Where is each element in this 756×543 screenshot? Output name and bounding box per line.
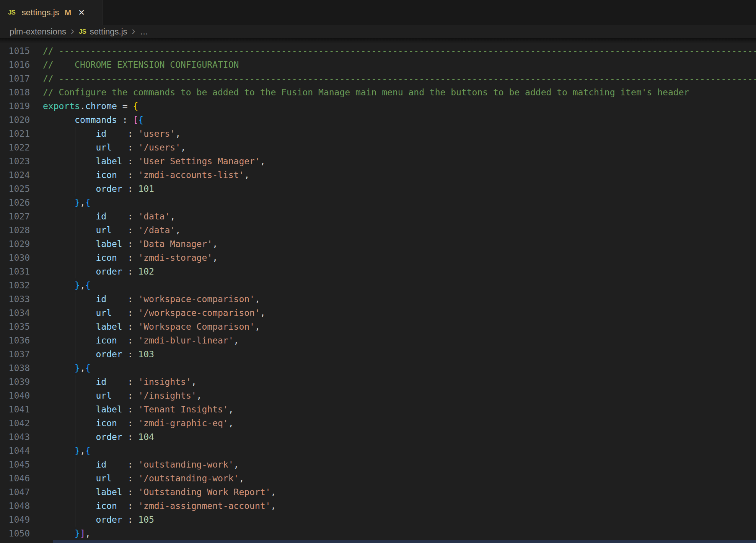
breadcrumb: plm-extensions › JS settings.js › … xyxy=(0,25,756,38)
code-line[interactable]: 1035 label : 'Workspace Comparison', xyxy=(0,320,756,334)
javascript-file-icon: JS xyxy=(79,28,86,36)
code-editor[interactable]: 1015// ---------------------------------… xyxy=(0,38,756,543)
code-text: url : '/users', xyxy=(43,141,186,154)
indent-guide xyxy=(53,278,53,292)
code-text: // CHOROME EXTENSION CONFIGURATION xyxy=(43,58,239,72)
indent-guide xyxy=(75,334,75,347)
code-line[interactable]: 1030 icon : 'zmdi-storage', xyxy=(0,251,756,265)
selection-highlight-strip xyxy=(53,540,756,543)
line-number: 1023 xyxy=(0,154,30,168)
line-number: 1046 xyxy=(0,471,30,485)
line-number: 1026 xyxy=(0,196,30,209)
line-number: 1028 xyxy=(0,223,30,237)
code-line[interactable]: 1033 id : 'workspace-comparison', xyxy=(0,292,756,306)
indent-guide xyxy=(53,141,53,154)
code-text: commands : [{ xyxy=(43,113,143,127)
code-text: icon : 'zmdi-assignment-account', xyxy=(43,499,276,513)
code-line[interactable]: 1029 label : 'Data Manager', xyxy=(0,237,756,251)
code-text: label : 'User Settings Manager', xyxy=(43,154,266,168)
code-line[interactable]: 1021 id : 'users', xyxy=(0,127,756,141)
indent-guide xyxy=(75,182,75,196)
code-line[interactable]: 1047 label : 'Outstanding Work Report', xyxy=(0,485,756,499)
code-text: order : 104 xyxy=(43,430,154,444)
code-line[interactable]: 1023 label : 'User Settings Manager', xyxy=(0,154,756,168)
code-line[interactable]: 1046 url : '/outstanding-work', xyxy=(0,471,756,485)
code-line[interactable]: 1017// ---------------------------------… xyxy=(0,72,756,85)
indent-guide xyxy=(53,292,53,306)
code-line[interactable]: 1037 order : 103 xyxy=(0,347,756,361)
code-line[interactable]: 1048 icon : 'zmdi-assignment-account', xyxy=(0,499,756,513)
tab-settings-js[interactable]: JS settings.js M ✕ xyxy=(0,0,103,25)
breadcrumb-symbol-ellipsis[interactable]: … xyxy=(140,27,148,37)
code-line[interactable]: 1034 url : '/workspace-comparison', xyxy=(0,306,756,320)
indent-guide xyxy=(75,375,75,389)
indent-guide xyxy=(75,513,75,527)
code-text: order : 105 xyxy=(43,513,154,527)
indent-guide xyxy=(75,265,75,278)
code-line[interactable]: 1022 url : '/users', xyxy=(0,141,756,154)
code-line[interactable]: 1044 },{ xyxy=(0,444,756,458)
code-line[interactable]: 1026 },{ xyxy=(0,196,756,209)
close-icon[interactable]: ✕ xyxy=(78,8,85,17)
code-text: id : 'data', xyxy=(43,209,175,223)
line-number: 1030 xyxy=(0,251,30,265)
code-line[interactable]: 1018// Configure the commands to be adde… xyxy=(0,85,756,99)
line-number: 1029 xyxy=(0,237,30,251)
code-line[interactable]: 1049 order : 105 xyxy=(0,513,756,527)
indent-guide xyxy=(53,168,53,182)
breadcrumb-file[interactable]: settings.js xyxy=(90,27,127,37)
indent-guide xyxy=(53,361,53,375)
code-text: // -------------------------------------… xyxy=(43,72,756,85)
code-line[interactable]: 1050 }], xyxy=(0,527,756,540)
code-line[interactable]: 1015// ---------------------------------… xyxy=(0,44,756,58)
code-text: order : 103 xyxy=(43,347,154,361)
code-line[interactable]: 1036 icon : 'zmdi-blur-linear', xyxy=(0,334,756,347)
code-line[interactable]: 1040 url : '/insights', xyxy=(0,389,756,402)
code-line[interactable]: 1038 },{ xyxy=(0,361,756,375)
code-line[interactable]: 1028 url : '/data', xyxy=(0,223,756,237)
code-line[interactable]: 1031 order : 102 xyxy=(0,265,756,278)
line-number: 1038 xyxy=(0,361,30,375)
code-text: label : 'Tenant Insights', xyxy=(43,402,234,416)
code-line[interactable]: 1045 id : 'outstanding-work', xyxy=(0,458,756,471)
code-text: label : 'Data Manager', xyxy=(43,237,218,251)
code-text: },{ xyxy=(43,361,91,375)
line-number: 1039 xyxy=(0,375,30,389)
code-line[interactable]: 1041 label : 'Tenant Insights', xyxy=(0,402,756,416)
indent-guide xyxy=(75,430,75,444)
code-line[interactable]: 1042 icon : 'zmdi-graphic-eq', xyxy=(0,416,756,430)
indent-guide xyxy=(53,113,53,127)
line-number: 1024 xyxy=(0,168,30,182)
line-number: 1033 xyxy=(0,292,30,306)
indent-guide xyxy=(53,444,53,458)
code-line[interactable]: 1024 icon : 'zmdi-accounts-list', xyxy=(0,168,756,182)
code-line[interactable]: 1027 id : 'data', xyxy=(0,209,756,223)
code-text: url : '/insights', xyxy=(43,389,202,402)
line-number: 1047 xyxy=(0,485,30,499)
line-number: 1017 xyxy=(0,72,30,85)
code-line[interactable]: 1025 order : 101 xyxy=(0,182,756,196)
indent-guide xyxy=(75,458,75,471)
code-text: label : 'Outstanding Work Report', xyxy=(43,485,276,499)
code-line[interactable]: 1016// CHOROME EXTENSION CONFIGURATION xyxy=(0,58,756,72)
code-line[interactable]: 1032 },{ xyxy=(0,278,756,292)
line-number: 1043 xyxy=(0,430,30,444)
line-number: 1021 xyxy=(0,127,30,141)
code-line[interactable]: 1019exports.chrome = { xyxy=(0,99,756,113)
code-text: }], xyxy=(43,527,91,540)
line-number: 1049 xyxy=(0,513,30,527)
indent-guide xyxy=(53,196,53,209)
indent-guide xyxy=(53,223,53,237)
code-line[interactable]: 1039 id : 'insights', xyxy=(0,375,756,389)
git-modified-badge: M xyxy=(65,8,72,17)
breadcrumb-folder[interactable]: plm-extensions xyxy=(10,27,66,37)
code-line[interactable]: 1043 order : 104 xyxy=(0,430,756,444)
code-text: icon : 'zmdi-blur-linear', xyxy=(43,334,239,347)
indent-guide xyxy=(53,430,53,444)
line-number: 1027 xyxy=(0,209,30,223)
indent-guide xyxy=(53,251,53,265)
indent-guide xyxy=(75,485,75,499)
indent-guide xyxy=(53,402,53,416)
line-number: 1016 xyxy=(0,58,30,72)
code-line[interactable]: 1020 commands : [{ xyxy=(0,113,756,127)
